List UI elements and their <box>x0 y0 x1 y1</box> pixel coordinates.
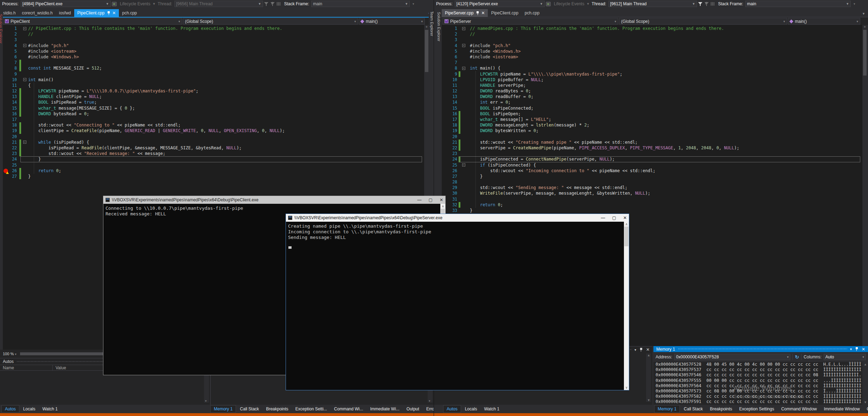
close-icon[interactable]: ✕ <box>646 347 650 352</box>
panel-tab-locals[interactable]: Locals <box>462 405 480 412</box>
panel-tab-autos[interactable]: Autos <box>1 405 19 413</box>
fold-collapse-icon[interactable]: − <box>462 67 465 70</box>
panel-tab-error-list[interactable]: Error List <box>423 405 434 412</box>
close-icon[interactable]: ✕ <box>112 11 116 15</box>
filter-threads-icon[interactable] <box>698 2 702 6</box>
tab-corecrt-wstdio-h[interactable]: corecrt_wstdio.h <box>19 9 56 17</box>
autos-col-name[interactable]: Name <box>0 365 53 370</box>
thread-dropdown[interactable]: [9656] Main Thread▼ <box>174 1 263 7</box>
autos-scrollbar[interactable]: ▾ <box>204 372 209 403</box>
panel-tab-output[interactable]: Output <box>864 405 868 412</box>
close-button[interactable]: ✕ <box>440 197 443 202</box>
panel-tab-memory-1[interactable]: Memory 1 <box>654 405 680 413</box>
fold-collapse-icon[interactable]: − <box>23 141 26 144</box>
autos-col-value[interactable]: Value <box>53 365 106 370</box>
filter-clear-icon[interactable]: ⁄ <box>270 2 275 6</box>
toolbar-overflow-icon[interactable]: ▾ <box>413 2 414 6</box>
chevron-down-icon[interactable]: ▾ <box>634 348 636 352</box>
panel-tab-output[interactable]: Output <box>403 405 422 412</box>
stack-frame-dropdown[interactable]: main▼ <box>745 1 851 7</box>
lifecycle-events-button[interactable]: Lifecycle Events <box>554 1 585 6</box>
project-dropdown[interactable]: PipeClient▾ <box>3 18 182 25</box>
scope-dropdown[interactable]: (Global Scope)▾ <box>619 18 787 25</box>
pin-icon[interactable] <box>107 11 110 15</box>
fold-collapse-icon[interactable]: − <box>462 44 465 47</box>
fold-collapse-icon[interactable]: − <box>462 27 465 30</box>
panel-tab-call-stack[interactable]: Call Stack <box>681 405 706 412</box>
panel-tab-immediate-window[interactable]: Immediate Window <box>821 405 863 412</box>
process-dropdown[interactable]: [4984] PipeClient.exe▼ <box>21 1 111 7</box>
panel-tab-command-window[interactable]: Command Window <box>778 405 820 412</box>
breakpoint-warning-icon[interactable] <box>4 169 8 173</box>
process-dropdown[interactable]: [4120] PipeServer.exe▼ <box>455 1 545 7</box>
code-line-27: 27 } <box>442 174 862 179</box>
splitter-icon[interactable]: + <box>862 25 867 29</box>
tab-pch-cpp[interactable]: pch.cpp <box>119 9 140 17</box>
panel-tab-breakpoints[interactable]: Breakpoints <box>707 405 735 412</box>
project-dropdown[interactable]: PipeServer▾ <box>442 18 618 25</box>
maximize-button[interactable]: ▢ <box>429 197 433 202</box>
panel-tab-call-stack[interactable]: Call Stack <box>237 405 262 412</box>
memory-toolbar: Address: 0x000000E43057F528▾ ↻ Columns: … <box>653 352 868 362</box>
member-dropdown[interactable]: main()▾ <box>788 18 860 25</box>
toolbar-overflow-icon[interactable]: ▾ <box>854 2 855 6</box>
maximize-button[interactable]: ▢ <box>612 215 616 220</box>
splitter-icon[interactable]: + <box>424 25 429 29</box>
chevron-down-icon[interactable]: ▾ <box>850 347 852 351</box>
minimize-button[interactable]: — <box>601 215 605 220</box>
panel-tab-exception-setti-[interactable]: Exception Setti... <box>292 405 330 412</box>
tab-pch-cpp[interactable]: pch.cpp <box>522 9 543 17</box>
tab-pipeclient-cpp[interactable]: PipeClient.cpp <box>488 9 521 17</box>
fold-collapse-icon[interactable]: − <box>23 78 26 81</box>
fold-collapse-icon[interactable]: − <box>23 27 26 30</box>
panel-tab-immediate-wi-[interactable]: Immediate Wi... <box>367 405 402 412</box>
current-line-box <box>20 156 422 162</box>
console-window-pipeserver[interactable]: \\VBOXSVR\Experiments\namedPipes\namedPi… <box>286 214 629 390</box>
minimize-button[interactable]: — <box>417 197 422 202</box>
zoom-level-dropdown[interactable]: 100 % ▾ <box>3 352 17 356</box>
pin-icon[interactable] <box>855 347 858 351</box>
stack-frame-dropdown[interactable]: main▼ <box>311 1 410 7</box>
console-title-bar[interactable]: \\VBOXSVR\Experiments\namedPipes\namedPi… <box>103 196 445 204</box>
panel-tab-autos[interactable]: Autos <box>443 405 461 413</box>
memory-title-bar[interactable]: Memory 1 ▾ ✕ <box>653 346 868 352</box>
autos-scrollbar[interactable]: ▲▼ <box>646 353 651 402</box>
close-icon[interactable]: ✕ <box>862 347 865 352</box>
tab-iosfwd[interactable]: iosfwd <box>56 9 74 17</box>
fold-collapse-icon[interactable]: − <box>23 44 26 47</box>
close-button[interactable]: ✕ <box>623 215 627 220</box>
refresh-icon[interactable]: ↻ <box>795 354 799 360</box>
tab-overflow-icon[interactable]: ▼ <box>862 12 868 17</box>
panel-tab-watch-1[interactable]: Watch 1 <box>39 405 61 412</box>
pin-icon[interactable] <box>640 348 643 352</box>
fold-collapse-icon[interactable]: − <box>462 163 465 167</box>
columns-dropdown[interactable]: Auto▾ <box>824 354 866 360</box>
thread-dropdown[interactable]: [9612] Main Thread▼ <box>608 1 697 7</box>
panel-tab-locals[interactable]: Locals <box>20 405 39 412</box>
panel-tab-breakpoints[interactable]: Breakpoints <box>263 405 291 412</box>
panel-tab-exception-settings[interactable]: Exception Settings <box>736 405 777 412</box>
panel-tab-watch-1[interactable]: Watch 1 <box>481 405 503 412</box>
lifecycle-events-button[interactable]: Lifecycle Events <box>120 1 151 6</box>
tab-pipeserver-cpp[interactable]: PipeServer.cpp✕ <box>442 9 488 17</box>
tab-stdio-h[interactable]: stdio.h <box>0 9 19 17</box>
tab-pipeclient-cpp[interactable]: PipeClient.cpp✕ <box>74 9 119 17</box>
filter-threads-icon[interactable] <box>264 2 268 6</box>
console-scrollbar[interactable]: ∧∨ <box>624 222 629 390</box>
pin-icon[interactable] <box>476 11 479 15</box>
flagged-threads-icon[interactable] <box>711 2 715 6</box>
sidebar-tab-solution-explorer-clipped[interactable]: Solution Explorer <box>0 14 3 91</box>
panel-tab-command-wi-[interactable]: Command Wi... <box>331 405 366 412</box>
panel-tab-memory-1[interactable]: Memory 1 <box>210 405 236 413</box>
close-icon[interactable]: ✕ <box>481 11 485 15</box>
editor-scrollbar-right[interactable]: + <box>862 25 867 346</box>
member-dropdown[interactable]: main()▾ <box>359 18 425 25</box>
memory-scrollbar[interactable]: ▲▼ <box>863 362 868 405</box>
flagged-threads-icon[interactable] <box>277 2 281 6</box>
status-bar-right <box>434 413 868 416</box>
address-input[interactable]: 0x000000E43057F528▾ <box>674 354 790 360</box>
chevron-down-icon: ▼ <box>256 2 261 6</box>
scope-dropdown[interactable]: (Global Scope)▾ <box>183 18 358 25</box>
console-title-bar[interactable]: \\VBOXSVR\Experiments\namedPipes\namedPi… <box>286 214 629 222</box>
filter-clear-icon[interactable]: ⁄ <box>704 2 709 6</box>
